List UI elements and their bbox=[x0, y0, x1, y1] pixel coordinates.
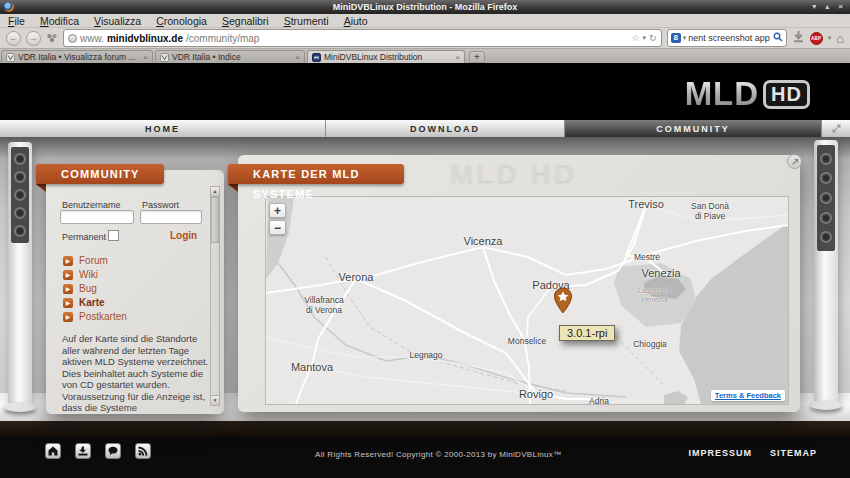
footer-icons bbox=[45, 443, 151, 459]
menu-cronologia[interactable]: Cronologia bbox=[156, 15, 207, 27]
search-input[interactable]: nent screenshot app bbox=[688, 33, 770, 43]
nav-home[interactable]: HOME bbox=[0, 120, 326, 137]
search-engine-icon[interactable]: 8 bbox=[671, 33, 681, 43]
scroll-up-icon[interactable]: ▲ bbox=[211, 187, 219, 197]
menu-strumenti[interactable]: Strumenti bbox=[284, 15, 329, 27]
window-maximize-button[interactable]: ▴ bbox=[825, 0, 829, 14]
city-mantova: Mantova bbox=[291, 361, 333, 373]
sidebar-scrollbar[interactable]: ▲ ▼ bbox=[210, 186, 220, 406]
map-description: Auf der Karte sind die Standorte aller w… bbox=[62, 333, 211, 414]
expand-arrows-icon bbox=[832, 124, 841, 133]
magnifier-icon[interactable] bbox=[773, 32, 783, 44]
adblock-caret-icon[interactable]: ▾ bbox=[828, 34, 832, 42]
tab-mld-active[interactable]: MiniDVBLinux Distribution × bbox=[307, 50, 465, 63]
menu-file[interactable]: File bbox=[8, 15, 25, 27]
window-title: MiniDVBLinux Distribution - Mozilla Fire… bbox=[0, 2, 850, 12]
link-label: Postkarten bbox=[79, 311, 127, 322]
scroll-down-icon[interactable]: ▼ bbox=[211, 395, 219, 405]
tab-vdr-indice[interactable]: VDR Italia • Indice × bbox=[155, 50, 305, 63]
window-shade-button[interactable]: ▾ bbox=[812, 0, 816, 14]
screen: MiniDVBLinux Distribution - Mozilla Fire… bbox=[0, 0, 850, 478]
menu-visualizza[interactable]: Visualizza bbox=[94, 15, 141, 27]
username-field[interactable] bbox=[60, 210, 134, 224]
window-close-button[interactable]: × bbox=[838, 0, 843, 14]
scrollbar-thumb[interactable] bbox=[211, 197, 219, 243]
city-venezia: Venezia bbox=[641, 267, 680, 279]
tab-vdr-forum[interactable]: VDR Italia • Visualizza forum ... × bbox=[1, 50, 153, 63]
city-treviso: Treviso bbox=[628, 198, 664, 210]
panel-expand-button[interactable] bbox=[787, 154, 802, 169]
tab-close-icon[interactable]: × bbox=[295, 53, 300, 62]
mld-logo: MLD HD bbox=[685, 75, 810, 113]
url-domain: minidvblinux.de bbox=[107, 33, 183, 44]
city-adria: Adria bbox=[589, 396, 609, 405]
bookmark-caret-icon[interactable]: ▾ bbox=[643, 34, 647, 42]
bookmark-star-icon[interactable]: ☆ bbox=[631, 33, 639, 43]
menu-modifica[interactable]: Modifica bbox=[40, 15, 79, 27]
tab-close-icon[interactable]: × bbox=[455, 53, 460, 62]
city-vicenza: Vicenza bbox=[464, 235, 503, 247]
link-label: Wiki bbox=[79, 269, 98, 280]
sidebar-link-bug[interactable]: ▶ Bug bbox=[63, 283, 97, 294]
tab-close-icon[interactable]: × bbox=[143, 53, 148, 62]
menu-segnalibri[interactable]: Segnalibri bbox=[222, 15, 269, 27]
sitemap-link[interactable]: SITEMAP bbox=[770, 448, 817, 458]
extensions-icon[interactable] bbox=[46, 29, 58, 47]
map-canvas[interactable]: Treviso San Donà di Piave Vicenza Mestre… bbox=[265, 196, 789, 405]
chat-bubble-icon bbox=[108, 446, 118, 456]
back-button[interactable]: ← bbox=[6, 31, 21, 46]
search-bar[interactable]: 8 ▾ nent screenshot app bbox=[667, 29, 787, 47]
zoom-in-button[interactable]: + bbox=[269, 203, 286, 218]
link-arrow-icon: ▶ bbox=[63, 284, 73, 294]
password-field[interactable] bbox=[140, 210, 202, 224]
terms-feedback-link[interactable]: Terms & Feedback bbox=[711, 390, 785, 401]
url-bar[interactable]: www. minidvblinux.de /community/map ☆ ▾ … bbox=[63, 29, 662, 47]
sidebar-link-postkarten[interactable]: ▶ Postkarten bbox=[63, 311, 127, 322]
menu-aiuto[interactable]: Aiuto bbox=[344, 15, 368, 27]
nav-expand-button[interactable] bbox=[822, 120, 850, 137]
home-icon[interactable]: ⌂ bbox=[836, 32, 844, 45]
city-chioggia: Chioggia bbox=[633, 339, 667, 349]
login-button[interactable]: Login bbox=[170, 230, 197, 241]
banner-fold bbox=[36, 184, 46, 192]
nav-download[interactable]: DOWNLOAD bbox=[326, 120, 565, 137]
footer-chat-button[interactable] bbox=[105, 443, 121, 459]
navigation-toolbar: ← → www. minidvblinux.de /community/map … bbox=[0, 28, 850, 49]
sidebar-link-forum[interactable]: ▶ Forum bbox=[63, 255, 108, 266]
sidebar-link-wiki[interactable]: ▶ Wiki bbox=[63, 269, 98, 280]
download-manager-icon[interactable] bbox=[792, 29, 805, 47]
adblock-plus-icon[interactable]: ABP bbox=[810, 32, 823, 45]
city-rovigo: Rovigo bbox=[519, 388, 553, 400]
footer-download-button[interactable] bbox=[75, 443, 91, 459]
impressum-link[interactable]: IMPRESSUM bbox=[688, 448, 752, 458]
community-panel: Benutzername Passwort Permanent Login ▶ … bbox=[46, 170, 224, 414]
url-path: /community/map bbox=[186, 33, 259, 44]
rss-icon bbox=[138, 446, 148, 456]
footer-rss-button[interactable] bbox=[135, 443, 151, 459]
search-engine-caret-icon[interactable]: ▾ bbox=[683, 34, 687, 42]
permanent-checkbox[interactable] bbox=[108, 230, 119, 241]
tab-label: VDR Italia • Indice bbox=[172, 52, 292, 62]
new-tab-button[interactable]: + bbox=[469, 51, 485, 63]
home-icon bbox=[48, 446, 58, 456]
floor bbox=[0, 421, 850, 437]
link-label: Karte bbox=[79, 297, 105, 308]
sidebar-link-karte[interactable]: ▶ Karte bbox=[63, 297, 105, 308]
zoom-out-button[interactable]: − bbox=[269, 220, 286, 235]
footer-home-button[interactable] bbox=[45, 443, 61, 459]
nav-community[interactable]: COMMUNITY bbox=[565, 120, 822, 137]
reload-icon[interactable]: ↻ bbox=[649, 33, 657, 43]
mld-watermark: MLD HD bbox=[450, 157, 577, 189]
mld-logo-text: MLD bbox=[685, 75, 759, 113]
firefox-icon bbox=[4, 2, 14, 12]
map-marker-pin[interactable] bbox=[553, 287, 573, 319]
mld-favicon bbox=[312, 53, 321, 62]
forward-button[interactable]: → bbox=[26, 31, 41, 46]
copyright-text: All Rights Reserved! Copyright © 2000-20… bbox=[315, 450, 561, 459]
right-speaker bbox=[814, 140, 838, 402]
map-panel: MLD HD bbox=[238, 155, 800, 412]
footer-links: IMPRESSUM SITEMAP bbox=[688, 448, 817, 458]
site-nav: HOME DOWNLOAD COMMUNITY bbox=[0, 120, 850, 137]
globe-icon bbox=[68, 34, 77, 43]
link-arrow-icon: ▶ bbox=[63, 298, 73, 308]
